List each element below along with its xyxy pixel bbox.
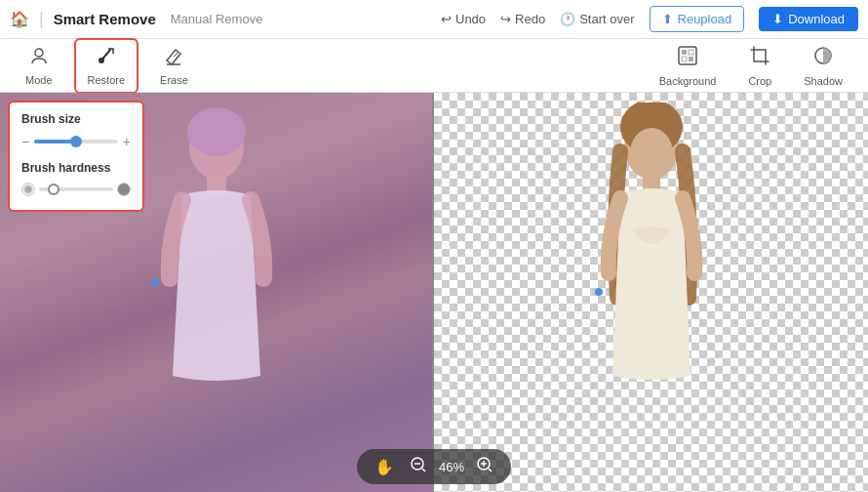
erase-tool[interactable]: Erase [146,38,202,94]
svg-rect-7 [682,57,687,62]
svg-rect-8 [689,57,693,62]
erase-label: Erase [160,74,188,86]
restore-tool[interactable]: Restore [74,38,139,94]
header-actions: ↩ Undo ↪ Redo 🕐 Start over ⬆ Reupload ⬇ … [441,6,858,32]
home-button[interactable]: 🏠 [10,10,29,28]
undo-icon: ↩ [441,12,452,26]
svg-rect-6 [689,50,693,55]
download-button[interactable]: ⬇ Download [759,7,858,31]
brush-size-thumb[interactable] [70,136,82,147]
brush-size-track[interactable] [34,140,118,144]
download-label: Download [788,12,845,26]
mode-tool[interactable]: Mode [12,38,66,94]
header: 🏠 | Smart Remove Manual Remove ↩ Undo ↪ … [0,0,868,39]
hardness-hard-icon [117,183,131,196]
brush-dot-left [151,278,159,286]
erase-icon [164,46,183,70]
mode-icon [29,46,49,70]
app-title: Smart Remove [54,11,156,27]
redo-icon: ↪ [500,12,511,26]
startover-icon: 🕐 [560,12,575,26]
undo-button[interactable]: ↩ Undo [441,12,486,26]
mode-label: Mode [25,74,53,86]
shadow-label: Shadow [804,75,843,87]
reupload-icon: ⬆ [662,12,673,26]
restore-icon [97,46,116,70]
svg-line-19 [422,469,425,472]
brush-dot-right [595,288,603,296]
main-area: Brush size − + Brush hardness [0,93,868,492]
brush-size-label: Brush size [21,112,131,126]
svg-line-23 [489,469,492,472]
redo-label: Redo [515,12,545,26]
background-icon [677,45,698,71]
brush-hardness-label: Brush hardness [21,161,131,175]
result-image-panel[interactable] [434,93,868,492]
brush-size-decrease[interactable]: − [21,134,29,149]
zoom-level: 46% [439,460,464,474]
brush-hardness-slider-row [21,183,131,196]
startover-label: Start over [579,12,634,26]
toolbar-right: Background Crop Shadow [646,40,856,92]
shadow-tool[interactable]: Shadow [790,40,856,92]
restore-label: Restore [88,74,126,86]
undo-label: Undo [455,12,486,26]
crop-label: Crop [748,75,771,87]
crop-tool[interactable]: Crop [734,40,785,92]
brush-size-increase[interactable]: + [123,134,131,149]
brush-hardness-track[interactable] [39,187,113,191]
background-tool[interactable]: Background [646,40,730,92]
crop-icon [749,45,770,71]
figure-right [573,102,730,434]
toolbar: Mode Restore Erase [0,39,868,93]
redo-button[interactable]: ↪ Redo [500,12,545,26]
reupload-button[interactable]: ⬆ Reupload [650,6,745,32]
startover-button[interactable]: 🕐 Start over [560,12,634,26]
svg-point-15 [630,128,673,179]
manual-remove-tab[interactable]: Manual Remove [166,12,268,26]
background-label: Background [659,75,717,87]
shadow-icon [812,45,834,71]
svg-point-0 [35,49,43,57]
figure-left [138,102,295,434]
reupload-label: Reupload [678,12,732,26]
header-divider: | [39,9,44,29]
zoom-out-button[interactable] [406,454,431,479]
brush-size-slider-row: − + [21,134,131,149]
download-icon: ⬇ [772,12,783,26]
zoom-bar: ✋ 46% [357,449,511,484]
brush-hardness-thumb[interactable] [48,184,59,195]
brush-panel: Brush size − + Brush hardness [8,101,144,212]
hardness-soft-icon [21,183,35,196]
svg-point-1 [99,58,104,63]
svg-point-11 [187,107,246,156]
zoom-in-button[interactable] [472,454,497,479]
svg-rect-5 [682,50,687,55]
hand-tool-button[interactable]: ✋ [371,456,398,478]
